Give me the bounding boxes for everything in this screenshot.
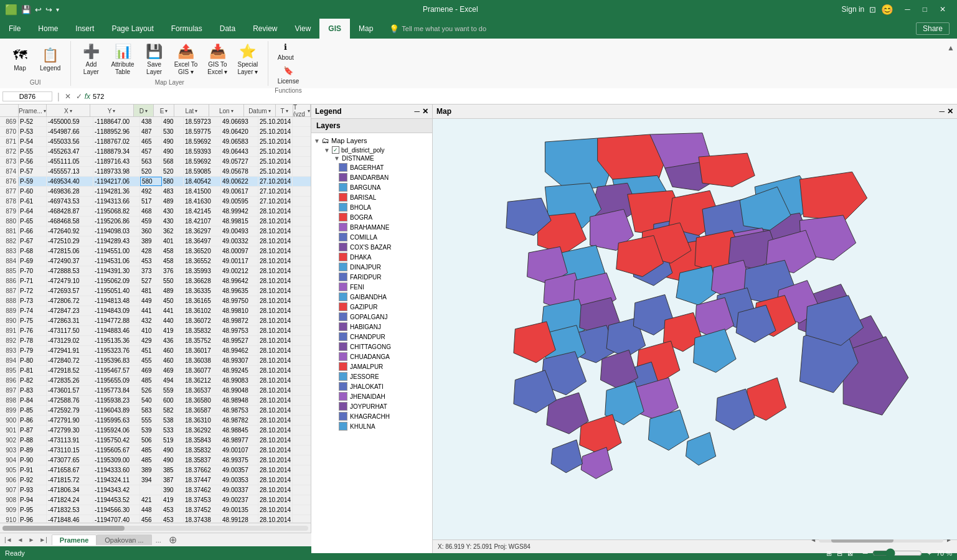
cell[interactable]: -473117.50 bbox=[47, 326, 93, 335]
cell[interactable]: P-88 bbox=[19, 436, 47, 445]
cell[interactable] bbox=[293, 306, 311, 315]
cell[interactable] bbox=[293, 356, 311, 365]
cell[interactable]: -455557.13 bbox=[47, 167, 93, 176]
cell[interactable]: 432 bbox=[140, 316, 162, 325]
cell[interactable]: -1196043.89 bbox=[93, 406, 140, 415]
cell[interactable]: 28.10.2014 bbox=[258, 446, 293, 455]
cell[interactable]: -1188879.34 bbox=[93, 147, 140, 156]
cell[interactable]: -1194772.88 bbox=[93, 316, 140, 325]
confirm-icon[interactable]: ✓ bbox=[76, 92, 82, 101]
cell[interactable]: 489 bbox=[162, 286, 184, 296]
cell[interactable]: 48.99048 bbox=[221, 386, 258, 395]
cell[interactable]: 28.10.2014 bbox=[258, 505, 293, 515]
cell[interactable]: 18.59692 bbox=[184, 137, 221, 146]
cell[interactable]: 48.99375 bbox=[221, 455, 258, 465]
cell[interactable]: 580 bbox=[140, 177, 162, 186]
cell[interactable]: P-90 bbox=[19, 455, 47, 465]
col-header-I[interactable]: T▾ bbox=[276, 105, 293, 116]
license-button[interactable]: 🔖 License bbox=[275, 65, 301, 86]
cell[interactable]: 448 bbox=[140, 505, 162, 515]
cell[interactable]: 18.40542 bbox=[184, 177, 221, 186]
cell[interactable]: 48.98753 bbox=[221, 406, 258, 415]
quick-save-icon[interactable]: 💾 bbox=[21, 5, 31, 14]
cell[interactable]: 18.42107 bbox=[184, 217, 221, 226]
cell[interactable]: 481 bbox=[140, 286, 162, 296]
legend-close-button[interactable]: ✕ bbox=[422, 107, 428, 116]
cell[interactable]: 28.10.2014 bbox=[258, 406, 293, 415]
cell[interactable]: 490 bbox=[162, 147, 184, 156]
cell[interactable]: -1188952.96 bbox=[93, 127, 140, 136]
cell[interactable]: 18.36102 bbox=[184, 306, 221, 315]
cell[interactable]: 48.00097 bbox=[221, 246, 258, 256]
cell[interactable]: -471658.67 bbox=[47, 465, 93, 475]
gis-to-excel-button[interactable]: 📥 GIS ToExcel ▾ bbox=[204, 42, 231, 78]
tab-review[interactable]: Review bbox=[244, 19, 286, 39]
cell[interactable]: 389 bbox=[140, 236, 162, 246]
cell[interactable]: 460 bbox=[162, 356, 184, 365]
table-row[interactable]: 907P-93-471806.34-1194343.4239018.374624… bbox=[0, 485, 311, 495]
cell[interactable] bbox=[293, 127, 311, 136]
cell[interactable]: 539 bbox=[140, 426, 162, 435]
add-layer-button[interactable]: ➕ AddLayer bbox=[77, 42, 105, 78]
cell[interactable] bbox=[140, 485, 162, 495]
tab-file[interactable]: File bbox=[0, 19, 29, 39]
cell[interactable]: P-79 bbox=[19, 346, 47, 355]
map-layers-root[interactable]: ▼ 🗂 Map Layers bbox=[314, 136, 430, 146]
table-row[interactable]: 903P-89-473110.15-1195605.6748549018.358… bbox=[0, 446, 311, 455]
cell[interactable]: 538 bbox=[162, 416, 184, 425]
cell[interactable] bbox=[293, 436, 311, 445]
cell[interactable]: 18.59723 bbox=[184, 117, 221, 126]
cell[interactable]: -469836.28 bbox=[47, 187, 93, 196]
col-header-C[interactable]: Y▾ bbox=[90, 105, 134, 116]
cell[interactable]: 527 bbox=[140, 276, 162, 286]
cell[interactable]: -1195068.82 bbox=[93, 207, 140, 216]
cell[interactable]: 49.00353 bbox=[221, 475, 258, 485]
cell[interactable]: 18.37662 bbox=[184, 465, 221, 475]
cell[interactable] bbox=[293, 465, 311, 475]
sheet-nav-prev[interactable]: ◄ bbox=[16, 536, 26, 543]
cell[interactable]: -471806.34 bbox=[47, 485, 93, 495]
cell[interactable]: -1195135.36 bbox=[93, 336, 140, 345]
cell[interactable]: 430 bbox=[162, 207, 184, 216]
cell[interactable]: 438 bbox=[140, 117, 162, 126]
table-row[interactable]: 884P-69-472490.37-1194531.0645345818.365… bbox=[0, 256, 311, 266]
col-header-G[interactable]: Lon▾ bbox=[209, 105, 244, 116]
cell[interactable]: 18.41630 bbox=[184, 197, 221, 206]
cell[interactable]: 49.00357 bbox=[221, 465, 258, 475]
cell[interactable]: 390 bbox=[162, 485, 184, 495]
cell[interactable]: 451 bbox=[140, 346, 162, 355]
cell[interactable]: -1195051.40 bbox=[93, 286, 140, 296]
cell[interactable]: 48.99527 bbox=[221, 336, 258, 345]
cell[interactable]: P-73 bbox=[19, 296, 47, 306]
layout-icon[interactable]: ⊡ bbox=[869, 5, 876, 14]
cell[interactable]: 582 bbox=[162, 406, 184, 415]
cell[interactable]: 456 bbox=[140, 515, 162, 523]
emoji-icon[interactable]: 😊 bbox=[881, 4, 893, 16]
cell[interactable]: 28.10.2014 bbox=[258, 366, 293, 375]
cell[interactable]: -473077.65 bbox=[47, 455, 93, 465]
cell[interactable]: 485 bbox=[140, 455, 162, 465]
cell[interactable]: 18.36520 bbox=[184, 246, 221, 256]
table-row[interactable]: 899P-85-472592.79-1196043.8958358218.365… bbox=[0, 406, 311, 416]
cell[interactable]: -472799.30 bbox=[47, 426, 93, 435]
table-row[interactable]: 898P-84-472588.76-1195938.2354060018.365… bbox=[0, 396, 311, 406]
redo-icon[interactable]: ↪ bbox=[45, 5, 52, 14]
tab-insert[interactable]: Insert bbox=[67, 19, 103, 39]
cell[interactable]: 49.00617 bbox=[221, 187, 258, 196]
cell[interactable]: 49.00622 bbox=[221, 177, 258, 186]
cell[interactable]: P-56 bbox=[19, 157, 47, 166]
table-row[interactable]: 904P-90-473077.65-1195309.0048549018.358… bbox=[0, 455, 311, 465]
cell[interactable]: -472588.76 bbox=[47, 396, 93, 405]
cell[interactable] bbox=[293, 286, 311, 296]
cell[interactable]: 18.36587 bbox=[184, 406, 221, 415]
cell[interactable]: -1194813.48 bbox=[93, 296, 140, 306]
cell[interactable]: -455111.05 bbox=[47, 157, 93, 166]
cell[interactable] bbox=[293, 346, 311, 355]
cell[interactable]: 483 bbox=[162, 187, 184, 196]
cell[interactable]: -1195605.67 bbox=[93, 446, 140, 455]
map-canvas[interactable] bbox=[433, 119, 957, 539]
cell[interactable]: -472510.29 bbox=[47, 236, 93, 246]
legend-collapse-button[interactable]: ─ bbox=[414, 107, 420, 116]
cell[interactable]: 28.10.2014 bbox=[258, 376, 293, 385]
cell[interactable]: -1195309.00 bbox=[93, 455, 140, 465]
